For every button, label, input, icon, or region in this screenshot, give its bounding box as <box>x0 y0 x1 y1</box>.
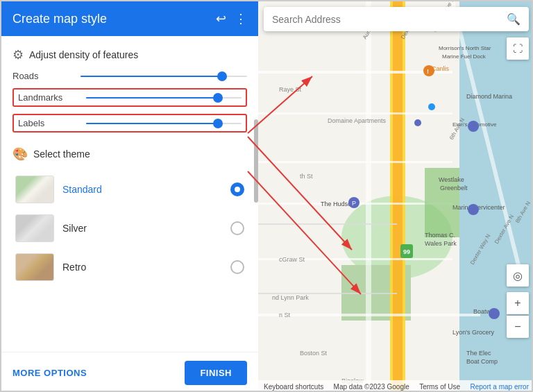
labels-slider-thumb[interactable] <box>213 119 223 128</box>
theme-section: 🎨 Select theme Standard Silver <box>12 146 247 287</box>
svg-text:The Elec: The Elec <box>466 350 491 357</box>
svg-point-54 <box>489 308 500 319</box>
panel-footer: MORE OPTIONS FINISH <box>1 352 258 392</box>
adjust-section-header: ⚙ Adjust density of features <box>12 47 247 62</box>
roads-label: Roads <box>12 71 75 81</box>
more-options-button[interactable]: MORE OPTIONS <box>12 368 87 378</box>
finish-button[interactable]: FINISH <box>185 361 247 385</box>
svg-text:Lyon's Grocery: Lyon's Grocery <box>452 329 494 336</box>
labels-slider-track[interactable] <box>86 123 242 124</box>
theme-title: Select theme <box>33 148 90 160</box>
more-icon[interactable]: ⋮ <box>235 11 247 26</box>
zoom-out-button[interactable]: − <box>507 316 529 338</box>
map-search: 🔍 <box>264 7 529 31</box>
theme-item-standard[interactable]: Standard <box>12 170 247 209</box>
svg-text:!: ! <box>427 68 429 75</box>
roads-slider-thumb[interactable] <box>217 71 227 81</box>
svg-rect-6 <box>366 1 371 392</box>
svg-text:Raye St: Raye St <box>279 86 302 93</box>
svg-text:nd Lynn Park: nd Lynn Park <box>272 294 309 301</box>
svg-text:99: 99 <box>403 248 410 255</box>
terms-of-use[interactable]: Terms of Use <box>419 383 460 391</box>
roads-slider-fill <box>81 76 222 77</box>
map-footer: Keyboard shortcuts Map data ©2023 Google… <box>258 380 533 392</box>
map-area: Raye St Domaine Apartments th St The Hud… <box>258 1 533 392</box>
roads-slider-row: Roads <box>12 71 247 81</box>
map-data-attribution: Map data ©2023 Google <box>334 383 409 391</box>
theme-item-retro[interactable]: Retro <box>12 248 247 287</box>
theme-radio-standard[interactable] <box>230 182 244 196</box>
svg-point-47 <box>423 65 434 76</box>
svg-text:Domaine Apartments: Domaine Apartments <box>328 117 387 124</box>
adjust-section: ⚙ Adjust density of features Roads Landm… <box>12 47 247 133</box>
roads-slider-track[interactable] <box>81 76 247 77</box>
svg-text:cGraw St: cGraw St <box>279 256 305 263</box>
landmarks-slider-fill <box>86 97 218 99</box>
theme-item-silver[interactable]: Silver <box>12 209 247 248</box>
fullscreen-button[interactable]: ⛶ <box>507 37 529 60</box>
theme-thumbnail-retro <box>15 253 54 281</box>
panel-scrollbar[interactable] <box>254 1 258 392</box>
panel-header: Create map style ↩ ⋮ <box>1 1 258 36</box>
panel-scrollbar-thumb[interactable] <box>254 119 258 203</box>
svg-text:th St: th St <box>300 173 313 180</box>
report-map-error[interactable]: Report a map error <box>471 383 529 391</box>
svg-rect-14 <box>258 223 397 225</box>
svg-rect-7 <box>258 71 452 74</box>
landmarks-slider-thumb[interactable] <box>213 93 223 103</box>
svg-text:Wales Park: Wales Park <box>425 240 457 247</box>
svg-rect-5 <box>393 1 403 392</box>
keyboard-shortcuts[interactable]: Keyboard shortcuts <box>264 383 323 391</box>
theme-icon: 🎨 <box>12 146 28 162</box>
theme-radio-silver[interactable] <box>230 221 244 235</box>
theme-radio-retro[interactable] <box>230 260 244 274</box>
svg-rect-8 <box>258 112 452 114</box>
svg-text:Boston St: Boston St <box>300 350 328 357</box>
locate-button[interactable]: ◎ <box>507 264 529 287</box>
panel-body: ⚙ Adjust density of features Roads Landm… <box>1 36 258 352</box>
left-panel: Create map style ↩ ⋮ ⚙ Adjust density of… <box>1 1 258 392</box>
svg-text:n St: n St <box>279 312 291 318</box>
svg-text:Diamond Marina: Diamond Marina <box>466 93 512 100</box>
labels-label: Labels <box>18 118 81 128</box>
adjust-icon: ⚙ <box>12 47 24 62</box>
svg-text:Greenbelt: Greenbelt <box>440 185 468 191</box>
map-controls: ◎ + − <box>507 264 529 338</box>
theme-name-retro: Retro <box>62 262 222 273</box>
panel-title: Create map style <box>12 12 107 26</box>
search-icon: 🔍 <box>507 12 521 26</box>
theme-name-silver: Silver <box>62 223 222 234</box>
svg-text:Westlake: Westlake <box>439 176 464 183</box>
undo-icon[interactable]: ↩ <box>216 11 226 26</box>
svg-rect-12 <box>258 314 480 316</box>
labels-slider-row: Labels <box>12 114 247 133</box>
svg-rect-9 <box>258 161 452 163</box>
landmarks-slider-row: Landmarks <box>12 88 247 107</box>
landmarks-slider-track[interactable] <box>86 97 242 99</box>
landmarks-label: Landmarks <box>18 92 81 103</box>
zoom-in-button[interactable]: + <box>507 292 529 314</box>
theme-thumbnail-silver <box>15 214 54 242</box>
svg-text:Marine Fuel Dock: Marine Fuel Dock <box>442 53 487 60</box>
svg-text:Morrison's North Star: Morrison's North Star <box>439 45 491 51</box>
svg-point-55 <box>428 103 435 110</box>
theme-name-standard: Standard <box>62 184 222 195</box>
map-background: Raye St Domaine Apartments th St The Hud… <box>258 1 533 392</box>
search-input[interactable] <box>272 14 507 25</box>
svg-point-53 <box>468 204 479 215</box>
theme-section-header: 🎨 Select theme <box>12 146 247 162</box>
header-icons: ↩ ⋮ <box>216 11 247 26</box>
svg-text:P: P <box>352 200 356 207</box>
svg-point-51 <box>414 119 421 126</box>
adjust-title: Adjust density of features <box>29 49 138 60</box>
theme-thumbnail-standard <box>15 176 54 203</box>
labels-slider-fill <box>86 123 218 124</box>
fullscreen-icon: ⛶ <box>513 43 523 54</box>
svg-text:Boat Comp: Boat Comp <box>466 358 498 365</box>
svg-point-52 <box>468 121 479 132</box>
svg-text:Thomas C.: Thomas C. <box>425 232 455 239</box>
